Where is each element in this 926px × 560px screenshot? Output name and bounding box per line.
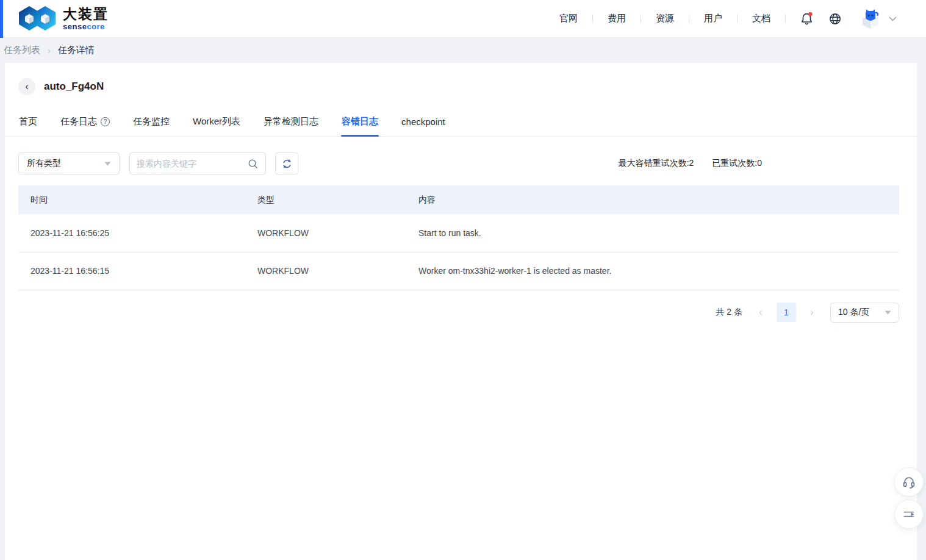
column-header-content: 内容 — [406, 185, 899, 214]
type-filter-select[interactable]: 所有类型 — [18, 153, 120, 174]
task-detail-card: ‹ auto_Fg4oN 首页 任务日志? 任务监控 Worker列表 异常检测… — [5, 63, 917, 560]
pagination: 共 2 条 ‹ 1 › 10 条/页 — [18, 303, 899, 323]
table-row: 2023-11-21 16:56:15 WORKFLOW Worker om-t… — [18, 252, 899, 290]
cell-content: Worker om-tnx33hi2-worker-1 is elected a… — [406, 252, 899, 290]
nav-item-docs[interactable]: 文档 — [738, 13, 785, 24]
user-menu[interactable] — [858, 7, 897, 31]
tab-checkpoint[interactable]: checkpoint — [401, 113, 446, 136]
nav-item-website[interactable]: 官网 — [545, 13, 592, 24]
search-box — [129, 153, 266, 174]
toolbar: 所有类型 — [5, 137, 917, 174]
back-button[interactable]: ‹ — [18, 78, 35, 95]
nav-item-resources[interactable]: 资源 — [641, 13, 689, 24]
retry-stats: 最大容错重试次数:2 已重试次数:0 — [619, 158, 762, 169]
max-retry-count: 最大容错重试次数:2 — [619, 158, 694, 169]
headset-icon — [902, 475, 916, 489]
page-size-value: 10 条/页 — [838, 307, 869, 318]
tab-bar: 首页 任务日志? 任务监控 Worker列表 异常检测日志 容错日志 check… — [5, 113, 917, 137]
tab-anomaly-detection-log[interactable]: 异常检测日志 — [263, 113, 319, 136]
type-filter-value: 所有类型 — [27, 158, 61, 169]
language-globe-icon[interactable] — [828, 12, 842, 26]
chevron-down-icon — [889, 16, 897, 21]
retried-count: 已重试次数:0 — [712, 158, 762, 169]
breadcrumb: 任务列表 › 任务详情 — [0, 38, 926, 63]
notification-bell-icon[interactable] — [799, 11, 814, 26]
page-1-button[interactable]: 1 — [777, 303, 796, 322]
sensecore-logo-icon — [18, 5, 56, 33]
nav-divider — [785, 14, 786, 23]
cell-type: WORKFLOW — [245, 252, 406, 290]
search-input[interactable] — [137, 159, 247, 168]
breadcrumb-separator: › — [48, 46, 51, 56]
support-button[interactable] — [894, 467, 924, 497]
panel-arrow-icon — [902, 507, 916, 522]
cell-time: 2023-11-21 16:56:25 — [18, 214, 245, 252]
log-table: 时间 类型 内容 2023-11-21 16:56:25 WORKFLOW St… — [18, 185, 899, 290]
cell-content: Start to run task. — [406, 214, 899, 252]
tab-home[interactable]: 首页 — [18, 113, 38, 136]
cell-type: WORKFLOW — [245, 214, 406, 252]
table-row: 2023-11-21 16:56:25 WORKFLOW Start to ru… — [18, 214, 899, 252]
tab-worker-list[interactable]: Worker列表 — [192, 113, 241, 136]
brand-accent-bar — [0, 0, 3, 38]
table-header-row: 时间 类型 内容 — [18, 185, 899, 214]
total-count: 共 2 条 — [716, 307, 742, 318]
tab-fault-tolerance-log[interactable]: 容错日志 — [341, 113, 379, 136]
logo[interactable]: 大装置 sensecore — [18, 5, 109, 33]
cell-time: 2023-11-21 16:56:15 — [18, 252, 245, 290]
log-table-wrap: 时间 类型 内容 2023-11-21 16:56:25 WORKFLOW St… — [18, 185, 899, 290]
chevron-down-icon — [104, 162, 111, 166]
column-header-type: 类型 — [245, 185, 406, 214]
refresh-button[interactable] — [275, 153, 298, 174]
nav-item-user[interactable]: 用户 — [689, 13, 737, 24]
tab-task-log[interactable]: 任务日志? — [60, 113, 110, 136]
app-header: 大装置 sensecore 官网 费用 资源 用户 文档 — [0, 0, 926, 38]
page-title: auto_Fg4oN — [44, 81, 104, 93]
nav-item-billing[interactable]: 费用 — [593, 13, 641, 24]
column-header-time: 时间 — [18, 185, 245, 214]
collapse-panel-button[interactable] — [894, 500, 924, 529]
page-size-select[interactable]: 10 条/页 — [830, 303, 899, 323]
brand-subtitle: sensecore — [63, 23, 109, 31]
chevron-down-icon — [885, 311, 891, 315]
next-page-button[interactable]: › — [805, 303, 819, 322]
tab-task-monitor[interactable]: 任务监控 — [132, 113, 170, 136]
help-icon[interactable]: ? — [101, 117, 110, 126]
breadcrumb-task-list[interactable]: 任务列表 — [4, 45, 40, 56]
brand-name: 大装置 — [63, 7, 109, 21]
search-icon[interactable] — [247, 158, 259, 170]
refresh-icon — [281, 157, 293, 170]
title-row: ‹ auto_Fg4oN — [5, 63, 917, 95]
breadcrumb-task-detail: 任务详情 — [58, 45, 95, 56]
avatar — [858, 7, 883, 31]
prev-page-button[interactable]: ‹ — [753, 303, 768, 322]
top-nav: 官网 费用 资源 用户 文档 — [545, 7, 926, 31]
